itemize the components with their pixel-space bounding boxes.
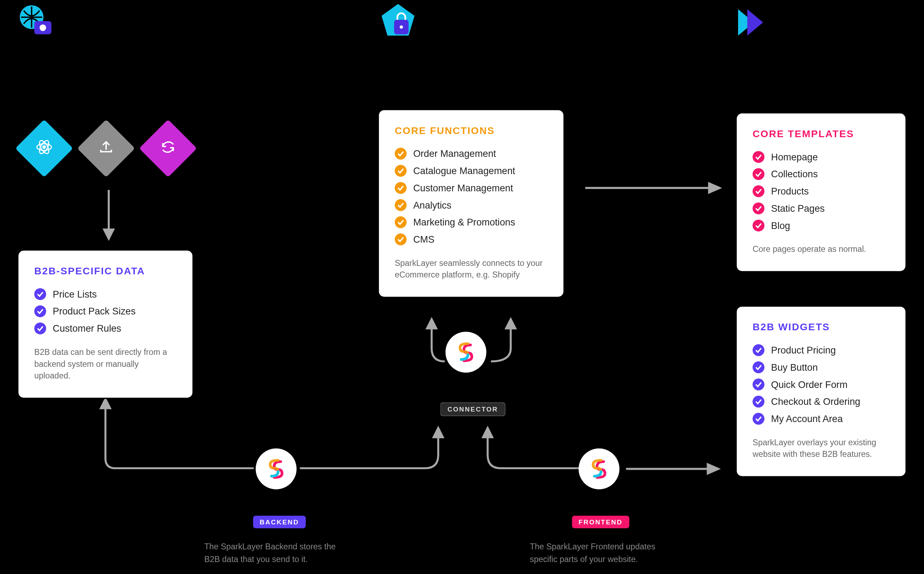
svg-marker-20: [483, 428, 492, 437]
widgets-list: Product Pricing Buy Button Quick Order F…: [753, 342, 889, 427]
list-item: Catalogue Management: [395, 162, 548, 179]
core-note: SparkLayer seamlessly connects to your e…: [395, 257, 548, 281]
card-core-templates: CORE TEMPLATES Homepage Collections Prod…: [737, 114, 905, 271]
list-item: Analytics: [395, 197, 548, 214]
list-item: Order Management: [395, 145, 548, 162]
check-icon: [753, 413, 764, 425]
atom-icon: [36, 139, 53, 158]
check-icon: [395, 199, 407, 211]
check-icon: [753, 203, 764, 214]
svg-marker-15: [709, 183, 720, 192]
check-icon: [753, 168, 764, 180]
check-icon: [753, 219, 764, 232]
svg-marker-22: [708, 464, 718, 473]
arrow-b2b-to-backend: [96, 399, 267, 478]
card-b2b-widgets: B2B WIDGETS Product Pricing Buy Button Q…: [737, 307, 905, 476]
card-core-functions: CORE FUNCTIONS Order Management Catalogu…: [379, 110, 563, 297]
check-icon: [395, 165, 407, 177]
check-icon: [35, 323, 46, 334]
check-icon: [753, 185, 764, 197]
check-icon: [753, 378, 764, 390]
core-title: CORE FUNCTIONS: [395, 125, 548, 136]
sync-icon: [160, 139, 176, 158]
diamond-sync: [142, 123, 194, 174]
list-item: Products: [753, 183, 889, 200]
list-item: Buy Button: [753, 359, 889, 376]
core-list: Order Management Catalogue Management Cu…: [395, 145, 548, 248]
caption-backend: The SparkLayer Backend stores the B2B da…: [204, 541, 349, 566]
badge-connector: CONNECTOR: [440, 402, 505, 416]
list-item: Static Pages: [753, 200, 889, 217]
play-forward-icon: [734, 3, 774, 43]
sparklayer-connector-node: [446, 332, 486, 372]
sparklayer-logo-icon: [588, 457, 610, 480]
check-icon: [753, 151, 764, 163]
diamond-api: [19, 123, 70, 174]
arrow-backend-to-connector: [300, 425, 458, 478]
svg-marker-19: [434, 428, 443, 437]
arrow-core-to-templates: [585, 178, 724, 198]
list-item: CMS: [395, 231, 548, 248]
svg-point-2: [40, 24, 46, 31]
svg-marker-7: [747, 9, 763, 36]
svg-marker-18: [101, 399, 110, 408]
list-item: Customer Rules: [35, 320, 177, 337]
list-item: Checkout & Ordering: [753, 393, 889, 410]
widgets-note: SparkLayer overlays your existing websit…: [753, 437, 889, 460]
header-icon-row: [0, 0, 924, 46]
templates-list: Homepage Collections Products Static Pag…: [753, 148, 889, 234]
check-icon: [753, 361, 764, 374]
sparklayer-logo-icon: [265, 457, 288, 480]
list-item: Price Lists: [35, 285, 177, 303]
b2b-note: B2B data can be sent directly from a bac…: [35, 346, 177, 382]
check-icon: [35, 288, 46, 300]
sparklayer-logo-icon: [455, 341, 477, 363]
upload-icon: [98, 139, 114, 158]
svg-point-11: [43, 146, 46, 148]
check-icon: [395, 148, 407, 160]
badge-backend: BACKEND: [253, 516, 306, 528]
list-item: My Account Area: [753, 410, 889, 427]
svg-point-5: [400, 25, 403, 28]
list-item: Homepage: [753, 148, 889, 166]
check-icon: [753, 396, 764, 408]
check-icon: [395, 182, 407, 194]
card-b2b-data: B2B-SPECIFIC DATA Price Lists Product Pa…: [19, 251, 193, 398]
check-icon: [753, 344, 764, 356]
list-item: Product Pricing: [753, 342, 889, 359]
arrow-connector-to-frontend: [475, 425, 586, 478]
arrow-frontend-to-widgets: [626, 460, 725, 480]
list-item: Customer Management: [395, 179, 548, 197]
templates-note: Core pages operate as normal.: [753, 243, 889, 255]
svg-marker-16: [427, 319, 436, 328]
list-item: Quick Order Form: [753, 376, 889, 393]
list-item: Collections: [753, 166, 889, 183]
caption-frontend: The SparkLayer Frontend updates specific…: [530, 541, 675, 566]
templates-title: CORE TEMPLATES: [753, 128, 889, 139]
check-icon: [35, 305, 46, 317]
check-icon: [395, 216, 407, 228]
sparklayer-backend-node: [256, 448, 297, 489]
shield-lock-icon: [378, 3, 418, 43]
check-icon: [395, 233, 407, 246]
sparklayer-frontend-node: [578, 448, 619, 489]
b2b-title: B2B-SPECIFIC DATA: [35, 265, 177, 276]
arrow-diamonds-to-b2b: [99, 190, 118, 243]
list-item: Marketing & Promotions: [395, 214, 548, 231]
diamond-upload: [80, 123, 132, 174]
widgets-title: B2B WIDGETS: [753, 321, 889, 333]
svg-marker-13: [104, 230, 113, 239]
badge-frontend: FRONTEND: [572, 516, 630, 528]
list-item: Blog: [753, 217, 889, 234]
list-item: Product Pack Sizes: [35, 303, 177, 320]
globe-camera-icon: [14, 3, 54, 43]
b2b-list: Price Lists Product Pack Sizes Customer …: [35, 285, 177, 337]
data-source-diamonds: [19, 123, 194, 174]
svg-marker-17: [506, 319, 515, 328]
